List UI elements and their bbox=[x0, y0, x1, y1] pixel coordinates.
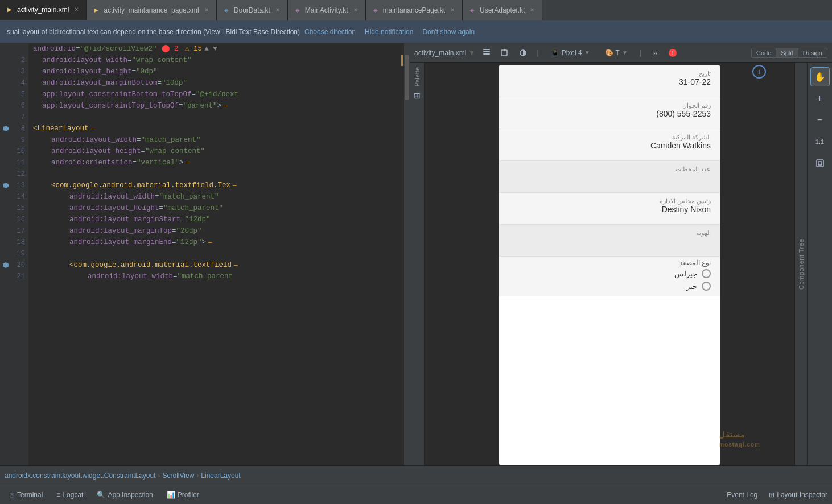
gutter-cell-14 bbox=[0, 191, 11, 203]
tab-close-btn-4[interactable]: ✕ bbox=[352, 6, 360, 14]
profiler-icon: 📊 bbox=[167, 491, 175, 499]
tab-label-3: DoorData.kt bbox=[234, 6, 270, 14]
theme-selector[interactable]: 🎨 T ▼ bbox=[600, 47, 633, 59]
code-view-btn[interactable]: Code bbox=[752, 48, 776, 57]
svg-rect-2 bbox=[483, 49, 490, 50]
code-line-16: android:layout_marginStart="12dp" bbox=[33, 214, 404, 225]
app-inspection-tab[interactable]: 🔍 App Inspection bbox=[92, 489, 157, 501]
tab-activity-maintanance-xml[interactable]: ▶ activity_maintanance_page.xml ✕ bbox=[87, 0, 216, 20]
breadcrumb-item-3[interactable]: LinearLayout bbox=[201, 472, 240, 480]
field-label-date: تاريخ bbox=[699, 70, 711, 77]
event-log-label[interactable]: Event Log bbox=[727, 491, 757, 499]
gutter-cell-5 bbox=[0, 89, 11, 100]
layout-inspector-label[interactable]: Layout Inspector bbox=[777, 491, 827, 499]
tab-bar: ▶ activity_main.xml ✕ ▶ activity_maintan… bbox=[0, 0, 832, 20]
tab-label-6: UserAdapter.kt bbox=[480, 6, 525, 14]
form-field-phone: رقم الجوال (800) 555-2253 bbox=[499, 97, 720, 129]
tab-close-btn-2[interactable]: ✕ bbox=[203, 6, 211, 14]
error-indicator[interactable]: ! bbox=[669, 49, 677, 57]
code-editor: 2 3 4 5 6 7 8 9 10 11 12 13 14 15 16 17 … bbox=[0, 43, 410, 465]
orientation-icon-btn[interactable] bbox=[498, 46, 512, 60]
breadcrumb-item-2[interactable]: ScrollView bbox=[163, 472, 195, 480]
gutter-cell-2 bbox=[0, 55, 11, 66]
field-label-stops: عدد المحطات bbox=[676, 166, 711, 173]
code-line-20: <com.google.android.material.textfield — bbox=[33, 259, 404, 271]
right-panel: activity_main.xml ▼ bbox=[410, 43, 832, 465]
notification-actions: Choose direction Hide notification Don't… bbox=[304, 28, 475, 36]
gutter-cell-15 bbox=[0, 203, 11, 214]
phone-frame: تاريخ 31-07-22 رقم الجوال (800) 555-2253… bbox=[499, 65, 720, 465]
breadcrumb-path: androidx.constraintlayout.widget.Constra… bbox=[5, 472, 827, 480]
tab-label: activity_main.xml bbox=[17, 6, 69, 14]
form-field-date: تاريخ 31-07-22 bbox=[499, 65, 720, 97]
phone-preview-container: i تاريخ 31-07-22 رقم الجوال (800) 555-22… bbox=[425, 63, 794, 465]
dont-show-again-link[interactable]: Don't show again bbox=[422, 28, 475, 36]
tab-close-btn[interactable]: ✕ bbox=[72, 5, 80, 14]
form-field-stops: عدد المحطات bbox=[499, 161, 720, 193]
tab-close-btn-3[interactable]: ✕ bbox=[274, 6, 282, 14]
theme-label: T bbox=[616, 49, 620, 57]
radio-option-2[interactable]: جير bbox=[508, 282, 711, 291]
split-view-btn[interactable]: Split bbox=[776, 48, 797, 57]
radio-label-1: جيرلس bbox=[674, 270, 697, 278]
radio-option-1[interactable]: جيرلس bbox=[508, 269, 711, 278]
code-line-6: app:layout_constraintTop_toTopOf="parent… bbox=[33, 100, 404, 111]
radio-circle-2[interactable] bbox=[702, 282, 711, 291]
code-line-8: <LinearLayout — bbox=[33, 123, 404, 134]
hand-tool-btn[interactable]: ✋ bbox=[810, 67, 830, 86]
layer-icon-btn[interactable] bbox=[480, 46, 493, 60]
component-tree-label[interactable]: Component Tree bbox=[798, 239, 805, 290]
design-toolbar: activity_main.xml ▼ bbox=[410, 43, 832, 63]
logcat-tab[interactable]: ≡ Logcat bbox=[52, 489, 88, 501]
preview-area: Palette ⊞ i تاريخ 31-07-22 bbox=[410, 63, 832, 465]
tab-door-data[interactable]: ◈ DoorData.kt ✕ bbox=[217, 0, 288, 20]
tab-label-5: maintanancePage.kt bbox=[383, 6, 445, 14]
svg-rect-1 bbox=[483, 53, 490, 55]
code-scroll-thumb[interactable] bbox=[405, 55, 409, 100]
code-line-7 bbox=[33, 111, 404, 123]
field-value-company: Camden Watkins bbox=[650, 141, 711, 150]
one-to-one-btn[interactable]: 1:1 bbox=[810, 132, 830, 151]
code-line-1: android:id="@+id/scrollView2" ⬤ 2 ⚠ 15 ▲… bbox=[33, 43, 404, 55]
tab-activity-main-xml[interactable]: ▶ activity_main.xml ✕ bbox=[0, 0, 87, 20]
svg-rect-0 bbox=[483, 51, 490, 52]
code-line-10: android:layout_height="wrap_content" bbox=[33, 146, 404, 157]
gutter-cell-11 bbox=[0, 157, 11, 168]
theme-icon-btn[interactable] bbox=[516, 46, 530, 60]
palette-icon[interactable]: ⊞ bbox=[410, 89, 424, 102]
tab-close-btn-6[interactable]: ✕ bbox=[528, 6, 536, 14]
tab-maintanance-page[interactable]: ◈ maintanancePage.kt ✕ bbox=[366, 0, 463, 20]
form-field-president: رئيس مجلس الادارة Destiny Nixon bbox=[499, 193, 720, 225]
collapse-arrow[interactable]: ▲ ▼ bbox=[204, 43, 217, 55]
design-view-btn[interactable]: Design bbox=[798, 48, 827, 57]
fit-screen-btn[interactable] bbox=[810, 154, 830, 173]
zoom-out-btn[interactable]: − bbox=[810, 110, 830, 130]
info-button[interactable]: i bbox=[752, 65, 766, 79]
tab-user-adapter[interactable]: ◈ UserAdapter.kt ✕ bbox=[463, 0, 542, 20]
svg-rect-5 bbox=[817, 160, 823, 167]
profiler-tab[interactable]: 📊 Profiler bbox=[162, 489, 204, 501]
code-line-21: android:layout_width="match_parent bbox=[33, 271, 404, 282]
palette-label[interactable]: Palette bbox=[414, 67, 421, 86]
code-line-9: android:layout_width="match_parent" bbox=[33, 134, 404, 146]
hide-notification-link[interactable]: Hide notification bbox=[365, 28, 413, 36]
code-content: 2 3 4 5 6 7 8 9 10 11 12 13 14 15 16 17 … bbox=[0, 43, 410, 465]
logcat-icon: ≡ bbox=[56, 491, 60, 499]
terminal-tab[interactable]: ⊡ Terminal bbox=[5, 489, 47, 501]
field-value-date: 31-07-22 bbox=[679, 77, 711, 86]
breadcrumb-item-1[interactable]: androidx.constraintlayout.widget.Constra… bbox=[5, 472, 156, 480]
logcat-label: Logcat bbox=[63, 491, 83, 499]
chevron-right-icon[interactable]: » bbox=[648, 46, 662, 60]
svg-rect-6 bbox=[818, 162, 822, 165]
tab-close-btn-5[interactable]: ✕ bbox=[448, 6, 456, 14]
radio-circle-1[interactable] bbox=[702, 269, 711, 278]
code-scrollbar[interactable] bbox=[404, 43, 410, 465]
tab-label-2: activity_maintanance_page.xml bbox=[104, 6, 199, 14]
code-line-2: android:layout_width="wrap_content" bbox=[33, 55, 404, 66]
zoom-in-btn[interactable]: + bbox=[810, 89, 830, 108]
form-field-company: الشركة المزكية Camden Watkins bbox=[499, 129, 720, 161]
device-selector[interactable]: 📱 Pixel 4 ▼ bbox=[546, 47, 595, 59]
choose-direction-link[interactable]: Choose direction bbox=[304, 28, 356, 36]
door-icon: ◈ bbox=[223, 6, 230, 14]
tab-main-activity[interactable]: ◈ MainActivity.kt ✕ bbox=[288, 0, 366, 20]
